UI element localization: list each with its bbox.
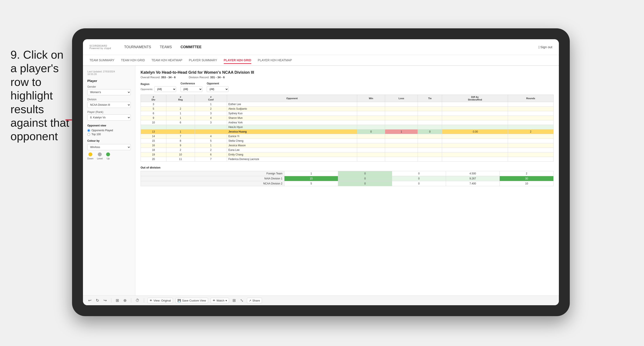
sign-out-button[interactable]: | Sign out	[538, 45, 552, 49]
grid-button[interactable]: ⊞	[232, 297, 237, 304]
nav-teams[interactable]: TEAMS	[160, 43, 172, 51]
table-row[interactable]: 1474 Eunice Yi	[141, 134, 554, 139]
nav-tournaments[interactable]: TOURNAMENTS	[124, 43, 151, 51]
subnav-player-h2h-heatmap[interactable]: PLAYER H2H HEATMAP	[258, 57, 292, 63]
ood-row[interactable]: NAIA Division 1 15 0 0 9.267 30	[141, 176, 554, 181]
colour-by: Colour by Win/loss Down Level	[87, 139, 131, 160]
view-original-button[interactable]: 👁 View: Original	[148, 298, 173, 303]
gender-label: Gender	[87, 85, 131, 88]
separator-1	[111, 298, 111, 303]
panel-title: Katelyn Vo Head-to-Head Grid for Women's…	[140, 70, 554, 75]
table-row[interactable]: 522 Alexis Sudjianto	[141, 107, 554, 111]
nav-committee[interactable]: COMMITTEE	[180, 43, 202, 51]
overall-record: Overall Record: 353 - 34 - 6	[140, 76, 176, 79]
watch-icon: 👁	[213, 299, 216, 302]
table-row[interactable]: HeeJo Hyun	[141, 125, 554, 130]
table-row[interactable]: 1063 Andrea York	[141, 120, 554, 125]
table-row[interactable]: 1822 Euna Lee	[141, 148, 554, 152]
colour-legend: Down Level Up	[87, 152, 131, 160]
radio-opponents-played[interactable]: Opponents Played	[87, 129, 131, 132]
out-of-division-section: Out of division Foreign Team 1 0 0 4.500…	[140, 166, 554, 186]
redo-button[interactable]: ↻	[95, 297, 100, 304]
instruction-body: Click on a player's row to highlight res…	[10, 48, 69, 143]
subnav-player-h2h-grid[interactable]: PLAYER H2H GRID	[224, 57, 251, 64]
player-rank-select[interactable]: 8. Katelyn Vo	[87, 115, 131, 121]
conference-select[interactable]: (All)	[180, 86, 202, 92]
ood-row[interactable]: Foreign Team 1 0 0 4.500 2	[141, 171, 554, 176]
tablet-frame: SCOREBOARD Powered by clippd TOURNAMENTS…	[72, 28, 570, 316]
timestamp: Last Updated: 27/03/2024 16:55:28	[87, 70, 131, 75]
col-div: #Div	[141, 95, 166, 102]
subnav-team-h2h-grid[interactable]: TEAM H2H GRID	[121, 57, 145, 63]
save-icon: 💾	[178, 299, 181, 302]
subnav-player-summary[interactable]: PLAYER SUMMARY	[189, 57, 217, 63]
main-content: Last Updated: 27/03/2024 16:55:28 Player…	[83, 66, 559, 295]
table-row[interactable]: 914 Sharon Mun	[141, 116, 554, 120]
records-row: Overall Record: 353 - 34 - 6 Division Re…	[140, 76, 554, 79]
ood-row[interactable]: NCAA Division 2 5 0 0 7.400 10	[141, 181, 554, 186]
table-row[interactable]: 20117 Federica Domecq Lacroze	[141, 157, 554, 162]
col-opponent: Opponent	[227, 95, 357, 102]
colour-up: Up	[106, 152, 110, 160]
share-button[interactable]: ↗ Share	[247, 298, 262, 303]
col-diff: Diff AvStrokes/Rnd	[442, 95, 508, 102]
gender-select[interactable]: Women's	[87, 89, 131, 95]
out-of-division-title: Out of division	[140, 166, 554, 169]
table-row-selected[interactable]: 131 Jessica Huang 0 1 0 -3.00 2	[141, 130, 554, 134]
region-select[interactable]: (All)	[154, 86, 176, 92]
down-dot	[88, 152, 92, 156]
eye-icon: 👁	[150, 299, 152, 302]
table-row[interactable]: 613 Sydney Kuo	[141, 111, 554, 116]
division-label: Division	[87, 98, 131, 101]
watch-button[interactable]: 👁 Watch ▾	[211, 298, 229, 303]
opponent-select[interactable]: (All)	[207, 86, 228, 92]
step-number: 9.	[10, 48, 20, 61]
player-rank-label: Player (Rank)	[87, 111, 131, 114]
sub-nav: TEAM SUMMARY TEAM H2H GRID TEAM H2H HEAT…	[83, 55, 559, 66]
colour-level: Level	[97, 152, 102, 160]
save-custom-button[interactable]: 💾 Save Custom View	[176, 298, 208, 303]
h2h-grid-table: #Div #Reg #Conf Opponent Win Loss Tie Di…	[140, 95, 554, 162]
tablet-screen: SCOREBOARD Powered by clippd TOURNAMENTS…	[83, 39, 559, 305]
colour-by-select[interactable]: Win/loss	[87, 144, 131, 150]
crop-button[interactable]: ⊞	[115, 297, 120, 304]
timer-button[interactable]: ⏱	[135, 297, 140, 304]
col-conf: #Conf	[195, 95, 227, 102]
up-dot	[106, 152, 110, 156]
filters-row: Region Opponents: (All) Conference (All)	[140, 82, 554, 92]
subnav-team-summary[interactable]: TEAM SUMMARY	[90, 57, 114, 63]
logo-sub: Powered by clippd	[90, 47, 111, 49]
col-rounds: Rounds	[508, 95, 554, 102]
share-icon: ↗	[249, 299, 251, 302]
division-record: Division Record: 331 - 34 - 6	[188, 76, 225, 79]
opponent-view-title: Opponent view	[87, 124, 131, 127]
table-row[interactable]: 19106 Emily Chang	[141, 152, 554, 157]
logo: SCOREBOARD Powered by clippd	[90, 45, 111, 49]
separator-3	[144, 298, 144, 303]
col-reg: #Reg	[166, 95, 195, 102]
logo-text: SCOREBOARD	[90, 45, 111, 47]
col-win: Win	[357, 95, 385, 102]
table-row[interactable]: 1691 Jessica Mason	[141, 143, 554, 148]
col-loss: Loss	[385, 95, 418, 102]
division-select[interactable]: NCAA Division III	[87, 102, 131, 108]
subnav-team-h2h-heatmap[interactable]: TEAM H2H HEATMAP	[152, 57, 182, 63]
radio-top100[interactable]: Top 100	[87, 133, 131, 136]
nav-items: TOURNAMENTS TEAMS COMMITTEE	[124, 43, 538, 51]
table-row[interactable]: 1585 Stella Cheng	[141, 139, 554, 143]
undo-button[interactable]: ↩	[87, 297, 92, 304]
separator-2	[131, 298, 131, 303]
sidebar: Last Updated: 27/03/2024 16:55:28 Player…	[83, 66, 135, 295]
table-row[interactable]: 31 Esther Lee	[141, 102, 554, 107]
filter-conference-group: Conference (All)	[180, 82, 202, 92]
filter-opponent-group: Opponent (All)	[207, 82, 228, 92]
instruction-text: 9. Click on a player's row to highlight …	[10, 48, 70, 143]
forward-button[interactable]: ↪	[102, 297, 108, 304]
paste-button[interactable]: ⊕	[122, 297, 128, 304]
col-tie: Tie	[418, 95, 442, 102]
resize-button[interactable]: ⤡	[239, 297, 244, 304]
colour-down: Down	[87, 152, 94, 160]
content-panel: Katelyn Vo Head-to-Head Grid for Women's…	[135, 66, 559, 295]
level-dot	[98, 152, 102, 156]
opponent-view: Opponent view Opponents Played Top 100	[87, 124, 131, 136]
